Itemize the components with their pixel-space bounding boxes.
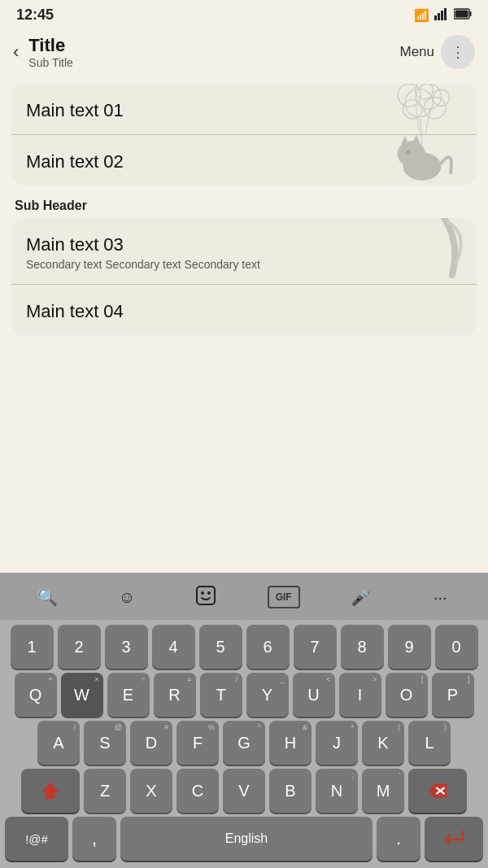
key-label: J	[333, 734, 341, 752]
key-2[interactable]: 2	[58, 625, 101, 669]
symbols-key[interactable]: !@#	[5, 817, 68, 861]
key-label: 0	[451, 638, 460, 656]
key-v[interactable]: V	[223, 769, 265, 813]
sticker-button[interactable]	[188, 581, 224, 613]
key-y[interactable]: _Y	[246, 673, 289, 717]
key-r[interactable]: =R	[154, 673, 196, 717]
key-label: G	[237, 734, 251, 752]
svg-rect-5	[470, 11, 472, 16]
svg-marker-25	[41, 783, 59, 799]
more-options-button[interactable]: ⋮	[441, 35, 475, 69]
list-item-4[interactable]: Main text 04	[11, 284, 477, 335]
gif-icon: GIF	[276, 591, 292, 603]
list-item-1[interactable]: Main text 01	[11, 84, 477, 134]
key-label: 7	[310, 638, 319, 656]
key-g[interactable]: ^G	[223, 721, 265, 765]
content-area: Main text 01 Main text 02 Sub Header Mai…	[0, 77, 488, 350]
key-label: R	[168, 686, 180, 704]
key-label: K	[377, 734, 388, 752]
zxcv-row: Z X C V B ;N 'M	[5, 769, 483, 813]
microphone-icon: 🎤	[351, 587, 371, 607]
asdf-row: !A @S #D %F ^G &H *J (K )L	[5, 721, 483, 765]
more-toolbar-button[interactable]: ···	[422, 581, 458, 613]
key-d[interactable]: #D	[130, 721, 172, 765]
key-label: 9	[404, 638, 413, 656]
key-label: 5	[216, 638, 224, 656]
backspace-key[interactable]	[408, 769, 467, 813]
key-label: V	[238, 782, 249, 800]
key-u[interactable]: <U	[293, 673, 335, 717]
sticker-icon	[195, 585, 216, 610]
voice-button[interactable]: 🎤	[343, 581, 379, 613]
title-group: Title Sub Title	[28, 35, 399, 69]
key-m[interactable]: 'M	[362, 769, 404, 813]
key-label: F	[193, 734, 203, 752]
key-k[interactable]: (K	[362, 721, 404, 765]
period-label: .	[396, 828, 401, 849]
svg-point-24	[207, 591, 211, 595]
key-p[interactable]: ]P	[432, 673, 474, 717]
key-e[interactable]: ÷E	[107, 673, 150, 717]
key-q[interactable]: +Q	[15, 673, 57, 717]
key-label: 1	[27, 638, 36, 656]
space-label: English	[225, 831, 268, 846]
key-label: O	[400, 686, 413, 704]
key-label: S	[99, 734, 110, 752]
key-3[interactable]: 3	[105, 625, 148, 669]
space-key[interactable]: English	[120, 817, 373, 861]
period-key[interactable]: .	[377, 817, 420, 861]
sub-header: Sub Header	[11, 194, 477, 218]
search-toolbar-button[interactable]: 🔍	[30, 581, 66, 613]
key-0[interactable]: 0	[435, 625, 478, 669]
secondary-text-3: Secondary text Secondary text Secondary …	[26, 258, 462, 271]
emoji-icon: ☺	[119, 588, 135, 607]
key-5[interactable]: 5	[199, 625, 242, 669]
key-8[interactable]: 8	[341, 625, 384, 669]
key-a[interactable]: !A	[37, 721, 80, 765]
enter-key[interactable]	[425, 817, 483, 861]
key-w[interactable]: ×W	[61, 673, 103, 717]
key-t[interactable]: /T	[200, 673, 242, 717]
key-x[interactable]: X	[130, 769, 172, 813]
key-b[interactable]: B	[269, 769, 312, 813]
enter-icon	[442, 828, 466, 849]
status-bar: 12:45 📶	[0, 0, 488, 28]
key-z[interactable]: Z	[84, 769, 126, 813]
emoji-button[interactable]: ☺	[109, 581, 145, 613]
status-icons: 📶	[414, 7, 472, 23]
key-h[interactable]: &H	[269, 721, 312, 765]
key-l[interactable]: )L	[408, 721, 451, 765]
gif-button[interactable]: GIF	[268, 586, 300, 608]
main-text-2: Main text 02	[26, 151, 462, 172]
key-i[interactable]: >I	[339, 673, 381, 717]
main-text-1: Main text 01	[26, 100, 462, 121]
key-label: M	[377, 782, 390, 800]
key-n[interactable]: ;N	[316, 769, 358, 813]
comma-key[interactable]: ,	[72, 817, 116, 861]
key-label: Q	[29, 686, 42, 704]
key-label: I	[358, 686, 363, 704]
shift-icon	[40, 780, 61, 801]
key-9[interactable]: 9	[388, 625, 431, 669]
key-label: 2	[74, 638, 83, 656]
menu-label[interactable]: Menu	[399, 44, 434, 60]
key-j[interactable]: *J	[316, 721, 358, 765]
list-item-3[interactable]: Main text 03 Secondary text Secondary te…	[11, 218, 477, 284]
key-6[interactable]: 6	[246, 625, 290, 669]
key-7[interactable]: 7	[294, 625, 337, 669]
key-s[interactable]: @S	[84, 721, 126, 765]
key-o[interactable]: [O	[386, 673, 428, 717]
key-label: T	[216, 686, 225, 704]
key-1[interactable]: 1	[11, 625, 54, 669]
back-button[interactable]: ‹	[13, 41, 19, 63]
key-4[interactable]: 4	[152, 625, 195, 669]
key-label: 6	[263, 638, 272, 656]
key-c[interactable]: C	[176, 769, 219, 813]
list-item-2[interactable]: Main text 02	[11, 134, 477, 185]
shift-key[interactable]	[21, 769, 80, 813]
key-label: C	[192, 782, 203, 800]
key-f[interactable]: %F	[176, 721, 219, 765]
svg-rect-0	[434, 15, 437, 20]
svg-rect-6	[455, 11, 468, 18]
number-row: 1 2 3 4 5 6 7 8 9 0	[5, 625, 483, 669]
